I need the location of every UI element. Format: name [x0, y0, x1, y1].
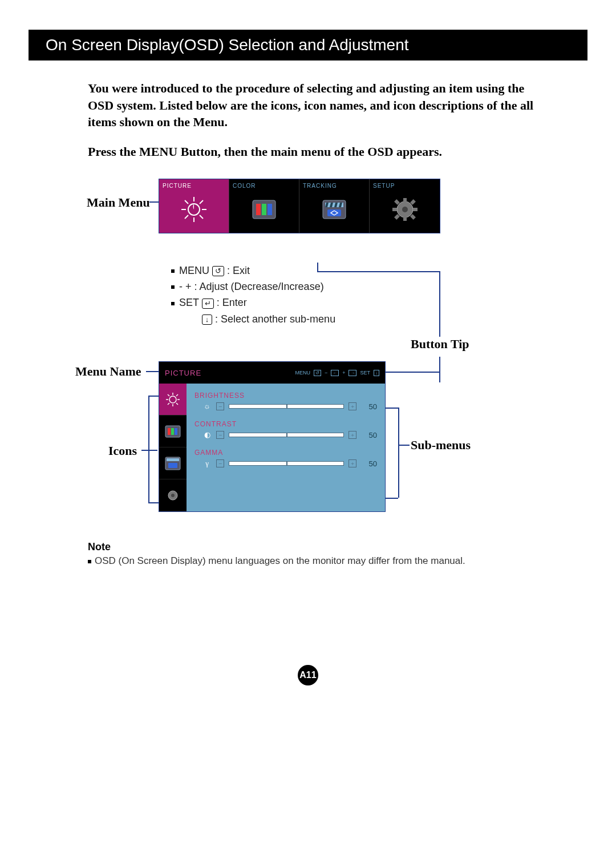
submenu-slider-row[interactable]: ☼ − + 50	[194, 402, 377, 411]
submenu-item-contrast: CONTRAST ◐ − + 50	[194, 420, 377, 439]
contrast-symbol-icon: ◐	[202, 430, 212, 439]
svg-rect-20	[392, 208, 397, 211]
note-body: OSD (On Screen Display) menu languages o…	[88, 555, 559, 567]
label-main-menu: Main Menu	[87, 195, 150, 210]
svg-line-5	[185, 200, 188, 204]
svg-line-7	[185, 215, 188, 219]
connector	[148, 502, 159, 503]
svg-point-17	[402, 207, 408, 212]
minus-icon[interactable]: −	[216, 459, 224, 467]
submenu-label: CONTRAST	[194, 420, 377, 428]
intro-text: You were introduced to the procedure of …	[88, 80, 548, 173]
slider-bar[interactable]	[229, 461, 344, 466]
sub-icon-tracking[interactable]	[159, 447, 187, 479]
down-mini-icon: ↓	[374, 370, 379, 376]
connector	[386, 408, 398, 409]
brightness-icon	[179, 196, 209, 223]
gamma-symbol-icon: γ	[202, 459, 212, 468]
note-title: Note	[88, 541, 559, 553]
tracking-icon	[319, 196, 349, 223]
label-icons: Icons	[108, 443, 137, 458]
down-key-icon: ↓	[202, 314, 212, 325]
instr-row-select: ↓ : Select another sub-menu	[171, 312, 335, 326]
tile-label: PICTURE	[163, 183, 225, 189]
submenu-value: 50	[361, 431, 377, 439]
submenu-slider-row[interactable]: ◐ − + 50	[194, 430, 377, 439]
submenu-item-gamma: GAMMA γ − + 50	[194, 449, 377, 468]
svg-rect-10	[256, 204, 261, 215]
sub-menu-panel: PICTURE MENU↺ −← +→ SET↓ BRIGHTNESS	[159, 361, 386, 512]
sub-menu-header: PICTURE MENU↺ −← +→ SET↓	[159, 362, 385, 384]
sub-menu-icon-column	[159, 384, 187, 511]
right-mini-icon: →	[348, 370, 356, 376]
gear-icon	[390, 196, 420, 223]
instr-row-exit: MENU ↺ : Exit	[171, 264, 335, 278]
svg-rect-40	[167, 458, 179, 461]
sub-menu-title: PICTURE	[165, 369, 201, 377]
slider-bar[interactable]	[229, 404, 344, 409]
page-title: On Screen Display(OSD) Selection and Adj…	[46, 36, 409, 54]
svg-rect-38	[175, 428, 177, 435]
main-menu-tile-picture[interactable]: PICTURE	[159, 179, 229, 233]
plus-icon[interactable]: +	[348, 431, 356, 439]
left-mini-icon: ←	[331, 370, 339, 376]
svg-line-32	[176, 403, 178, 405]
submenu-label: GAMMA	[194, 449, 377, 457]
main-menu-tile-tracking[interactable]: TRACKING	[299, 179, 370, 233]
plus-icon[interactable]: +	[348, 402, 356, 410]
connector	[386, 372, 439, 373]
instr-row-adjust: - + : Adjust (Decrease/Increase)	[171, 280, 335, 294]
exit-mini-icon: ↺	[314, 370, 321, 376]
svg-rect-37	[171, 428, 174, 435]
svg-rect-15	[327, 209, 341, 216]
connector	[439, 357, 440, 382]
slider-bar[interactable]	[229, 433, 344, 437]
svg-line-33	[168, 403, 169, 405]
svg-line-8	[200, 200, 203, 204]
minus-icon[interactable]: −	[216, 402, 224, 410]
submenu-item-brightness: BRIGHTNESS ☼ − + 50	[194, 392, 377, 411]
connector	[398, 408, 399, 498]
main-menu-tile-color[interactable]: COLOR	[229, 179, 299, 233]
submenu-value: 50	[361, 402, 377, 411]
sub-menu-content: BRIGHTNESS ☼ − + 50 CONTRAST ◐ − + 50	[187, 384, 385, 511]
connector	[141, 450, 157, 451]
label-menu-name: Menu Name	[75, 364, 141, 379]
svg-line-34	[176, 394, 178, 396]
page-number: A11	[298, 665, 318, 685]
submenu-label: BRIGHTNESS	[194, 392, 377, 400]
connector	[148, 396, 159, 397]
connector	[439, 271, 440, 337]
svg-line-6	[200, 215, 203, 219]
svg-rect-21	[413, 208, 418, 211]
svg-rect-36	[168, 428, 171, 435]
plus-icon[interactable]: +	[348, 459, 356, 467]
svg-rect-18	[403, 198, 407, 203]
svg-point-43	[171, 494, 175, 497]
sub-menu-button-tips: MENU↺ −← +→ SET↓	[295, 370, 379, 376]
brightness-symbol-icon: ☼	[202, 402, 212, 411]
connector	[149, 201, 159, 203]
instr-row-enter: SET ↵ : Enter	[171, 296, 335, 310]
intro-p2: Press the MENU Button, then the main men…	[88, 143, 548, 160]
connector	[148, 396, 149, 503]
main-menu-tile-setup[interactable]: SETUP	[370, 179, 440, 233]
tile-label: COLOR	[233, 183, 295, 189]
svg-point-26	[169, 396, 176, 403]
minus-icon[interactable]: −	[216, 431, 224, 439]
intro-p1: You were introduced to the procedure of …	[88, 80, 548, 131]
sub-icon-color[interactable]	[159, 416, 187, 447]
submenu-slider-row[interactable]: γ − + 50	[194, 459, 377, 468]
button-instructions: MENU ↺ : Exit - + : Adjust (Decrease/Inc…	[171, 264, 335, 328]
label-sub-menus: Sub-menus	[411, 438, 471, 453]
svg-line-31	[168, 394, 169, 396]
connector	[398, 445, 410, 446]
svg-rect-41	[168, 463, 177, 468]
submenu-value: 50	[361, 459, 377, 468]
sub-icon-picture[interactable]	[159, 384, 187, 416]
svg-rect-11	[262, 204, 266, 215]
sub-icon-setup[interactable]	[159, 479, 187, 511]
note-section: Note OSD (On Screen Display) menu langua…	[88, 541, 559, 567]
connector	[146, 371, 159, 372]
label-button-tip: Button Tip	[411, 337, 469, 352]
